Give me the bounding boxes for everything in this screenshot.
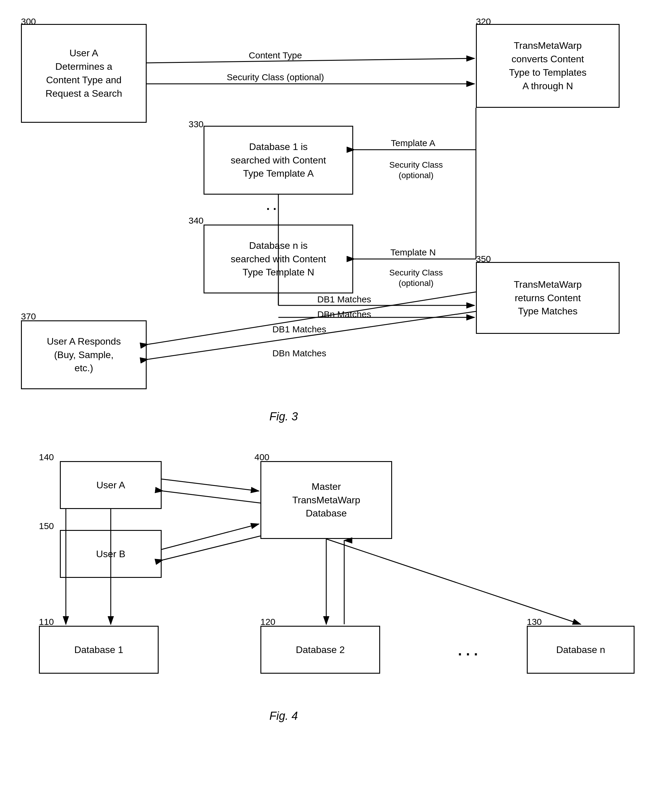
svg-line-13: [148, 292, 476, 344]
label-dbn-matches-2: DBn Matches: [272, 348, 326, 358]
box-transmetawarp-top: TransMetaWarpconverts ContentType to Tem…: [476, 24, 620, 108]
box-user-a-responds-label: User A Responds(Buy, Sample,etc.): [47, 335, 121, 375]
box-user-a-fig4-label: User A: [97, 478, 125, 492]
box-transmetawarp-top-label: TransMetaWarpconverts ContentType to Tem…: [509, 39, 586, 92]
box-databaseN-fig4-label: Database n: [556, 643, 605, 657]
svg-line-15: [162, 479, 259, 491]
box-db1: Database 1 issearched with ContentType T…: [204, 126, 353, 195]
box-dbn: Database n issearched with ContentType T…: [204, 224, 353, 293]
box-database2-fig4-label: Database 2: [296, 643, 345, 657]
box-user-a-responds: User A Responds(Buy, Sample,etc.): [21, 320, 147, 389]
box-master-db-label: MasterTransMetaWarpDatabase: [292, 480, 360, 520]
label-security-class-1: Security Class (optional): [227, 72, 324, 82]
svg-line-14: [148, 312, 476, 359]
label-140: 140: [39, 452, 54, 462]
box-user-a-fig4: User A: [60, 461, 162, 509]
box-user-b-fig4: User B: [60, 530, 162, 578]
box-database1-fig4-label: Database 1: [74, 643, 123, 657]
label-400: 400: [254, 452, 269, 462]
svg-line-18: [163, 536, 260, 560]
label-120: 120: [260, 617, 276, 627]
label-db1-matches-2: DB1 Matches: [272, 324, 326, 334]
fig3-label: Fig. 3: [269, 410, 298, 423]
label-security-class-2: Security Class: [389, 160, 443, 170]
label-130: 130: [527, 617, 542, 627]
label-template-n: Template N: [390, 247, 436, 257]
svg-line-17: [162, 524, 259, 549]
svg-line-21: [326, 539, 581, 624]
label-template-a: Template A: [391, 138, 435, 148]
label-content-type: Content Type: [249, 50, 302, 60]
svg-line-3: [147, 58, 475, 63]
dots-fig4: . . .: [458, 642, 478, 659]
box-database1-fig4: Database 1: [39, 626, 159, 674]
box-transmetawarp-returns: TransMetaWarpreturns ContentType Matches: [476, 262, 620, 334]
diagram-container: 300 User ADetermines aContent Type andRe…: [0, 0, 657, 812]
box-transmetawarp-returns-label: TransMetaWarpreturns ContentType Matches: [514, 278, 582, 318]
box-database2-fig4: Database 2: [260, 626, 380, 674]
label-optional-2: (optional): [399, 171, 434, 180]
label-150: 150: [39, 521, 54, 531]
label-dbn-matches-1: DBn Matches: [317, 309, 371, 319]
box-db1-label: Database 1 issearched with ContentType T…: [231, 140, 326, 180]
svg-line-16: [163, 491, 260, 503]
label-330: 330: [188, 119, 204, 129]
box-databaseN-fig4: Database n: [527, 626, 635, 674]
box-user-b-fig4-label: User B: [96, 547, 125, 561]
box-master-db: MasterTransMetaWarpDatabase: [260, 461, 392, 539]
label-370: 370: [21, 312, 36, 321]
box-user-a-fig3: User ADetermines aContent Type andReques…: [21, 24, 147, 123]
box-dbn-label: Database n issearched with ContentType T…: [231, 239, 326, 279]
fig4-label: Fig. 4: [269, 710, 298, 723]
label-security-class-3: Security Class: [389, 268, 443, 277]
label-optional-3: (optional): [399, 279, 434, 288]
box-user-a-fig3-label: User ADetermines aContent Type andReques…: [45, 47, 122, 100]
dots-fig3: . .: [266, 199, 276, 213]
label-110: 110: [39, 617, 54, 627]
label-db1-matches-1: DB1 Matches: [317, 294, 371, 304]
label-340: 340: [188, 215, 204, 226]
